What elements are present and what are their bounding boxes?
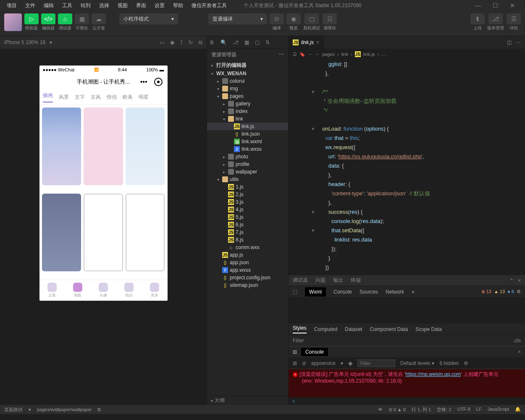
more-tabs-icon[interactable]: »: [412, 289, 415, 295]
category-tab[interactable]: 文字: [75, 94, 85, 101]
eol[interactable]: LF: [476, 407, 482, 413]
sim-phone-icon[interactable]: ▭: [160, 39, 164, 45]
wallpaper-card[interactable]: [84, 194, 123, 271]
close-tab-icon[interactable]: ×: [316, 39, 319, 45]
cursor-pos[interactable]: 行 1, 列 1: [412, 407, 431, 413]
tree-item[interactable]: JS8.js: [207, 236, 288, 244]
box-icon[interactable]: ▢: [255, 39, 260, 45]
tree-item[interactable]: ▸gallery: [207, 100, 288, 108]
clear-cache-button[interactable]: ☷: [323, 13, 337, 24]
wallpaper-card[interactable]: [126, 194, 165, 271]
ext-icon[interactable]: ▦: [244, 39, 249, 45]
error-link[interactable]: https://mp.weixin.qq.com: [405, 371, 461, 377]
gear-icon[interactable]: ⚙: [464, 360, 468, 366]
menu-item[interactable]: 设置: [151, 1, 168, 10]
tree-item[interactable]: {}sitemap.json: [207, 281, 288, 289]
nav-item[interactable]: 我的: [124, 283, 134, 298]
language[interactable]: JavaScript: [488, 407, 509, 413]
tree-item[interactable]: JS6.js: [207, 221, 288, 228]
minimize-icon[interactable]: —: [472, 1, 484, 10]
category-tab[interactable]: 风景: [59, 94, 69, 101]
close-icon[interactable]: ×: [518, 349, 521, 355]
files-icon[interactable]: 🗎: [210, 39, 215, 45]
tree-item[interactable]: ▸index: [207, 108, 288, 115]
section-project[interactable]: ▾WX_WENAN: [207, 70, 288, 77]
tree-item[interactable]: ▾img: [207, 85, 288, 92]
tree-item[interactable]: JSapp.js: [207, 251, 288, 259]
tree-item[interactable]: JS3.js: [207, 198, 288, 206]
maximize-icon[interactable]: ☐: [489, 1, 501, 10]
filter-input[interactable]: Filter: [293, 338, 304, 344]
sub-compdata[interactable]: Component Data: [370, 326, 408, 332]
menu-item[interactable]: 编辑: [40, 1, 57, 10]
breadcrumb[interactable]: ☰🔖←→ pages›link› JSlink.js›...: [289, 49, 525, 60]
tree-item[interactable]: ▸profile: [207, 160, 288, 168]
console-prompt[interactable]: ›: [289, 397, 525, 405]
dv-output[interactable]: 输出: [333, 277, 343, 284]
upload-button[interactable]: ⬆: [470, 13, 485, 24]
tree-item[interactable]: #link.wxss: [207, 145, 288, 153]
sub-scope[interactable]: Scope Data: [415, 326, 442, 332]
levels-select[interactable]: Default levels ▾: [400, 360, 434, 366]
device-label[interactable]: iPhone 5 100% 16: [4, 39, 45, 45]
close-icon[interactable]: ✕: [507, 1, 518, 10]
tree-item[interactable]: JS5.js: [207, 213, 288, 221]
compile-select[interactable]: 普通编译▾: [208, 13, 267, 24]
code-editor[interactable]: ▾▾▾▾ gglist: [] }, /** * 生命周期函数--监听页面加载 …: [289, 60, 525, 275]
spaces[interactable]: 空格: 2: [437, 407, 451, 413]
tree-item[interactable]: ▤link.wxml: [207, 138, 288, 145]
sub-dataset[interactable]: Dataset: [345, 326, 362, 332]
tree-item[interactable]: {}app.json: [207, 259, 288, 266]
nav-item[interactable]: 文案: [47, 283, 57, 298]
mode-select[interactable]: 小程序模式▾: [119, 13, 178, 24]
eye-icon[interactable]: 👁: [378, 407, 383, 412]
tree-item[interactable]: ▸colorui: [207, 77, 288, 85]
tree-item[interactable]: ▾pages: [207, 92, 288, 100]
clear-icon[interactable]: ⊘: [302, 360, 306, 366]
wallpaper-card[interactable]: [84, 108, 123, 185]
sim-record-icon[interactable]: ◉: [170, 39, 174, 45]
close-icon[interactable]: ×: [518, 278, 521, 284]
details-button[interactable]: ☰: [507, 13, 521, 24]
outline-section[interactable]: ▸大纲: [207, 396, 288, 405]
menu-item[interactable]: 视图: [114, 1, 131, 10]
tab-network[interactable]: Network: [386, 289, 404, 295]
dv-terminal[interactable]: 终端: [351, 277, 361, 284]
menu-item[interactable]: 项目: [3, 1, 20, 10]
sort-icon[interactable]: ⇅: [265, 39, 270, 45]
chevron-up-icon[interactable]: ⌃: [509, 278, 514, 284]
search-icon[interactable]: 🔍: [220, 39, 227, 45]
collapse-icon[interactable]: ⊟: [293, 349, 297, 355]
preview-button[interactable]: ◉: [286, 13, 301, 24]
more-icon[interactable]: •••: [140, 78, 147, 86]
editor-button[interactable]: </>: [41, 13, 55, 24]
tree-item[interactable]: {}project.config.json: [207, 274, 288, 281]
wallpaper-card[interactable]: [126, 108, 165, 185]
context-select[interactable]: appservice: [311, 360, 336, 366]
encoding[interactable]: UTF-8: [457, 407, 470, 413]
menu-item[interactable]: 文件: [22, 1, 39, 10]
visual-button[interactable]: ▦: [75, 13, 89, 24]
tree-item[interactable]: ▸photo: [207, 153, 288, 160]
split-icon[interactable]: ◫: [507, 39, 512, 45]
dv-problems[interactable]: 问题: [315, 277, 326, 284]
tree-item[interactable]: ▾utils: [207, 176, 288, 183]
sub-computed[interactable]: Computed: [314, 326, 337, 332]
nav-item[interactable]: 头像: [99, 283, 108, 298]
inspect-icon[interactable]: ⬚: [293, 289, 297, 295]
bell-icon[interactable]: 🔔: [515, 407, 521, 413]
debugger-button[interactable]: ⌂: [58, 13, 72, 24]
more-icon[interactable]: ⋯: [279, 51, 284, 58]
simulator-button[interactable]: ▷: [24, 13, 39, 24]
avatar[interactable]: [4, 13, 22, 31]
version-button[interactable]: ⎇: [488, 13, 503, 24]
wallpaper-card[interactable]: [42, 194, 81, 271]
sim-copy-icon[interactable]: ⧉: [199, 39, 202, 45]
menu-item[interactable]: 微信开发者工具: [188, 1, 230, 10]
tree-item[interactable]: JS7.js: [207, 228, 288, 236]
tab-wxml[interactable]: Wxml: [305, 287, 326, 297]
section-open-editors[interactable]: ▸打开的编辑器: [207, 61, 288, 70]
tab-sources[interactable]: Sources: [360, 289, 378, 295]
dv-debugger[interactable]: 调试器: [293, 277, 308, 284]
tab-linkjs[interactable]: JSlink.js×: [289, 36, 324, 49]
